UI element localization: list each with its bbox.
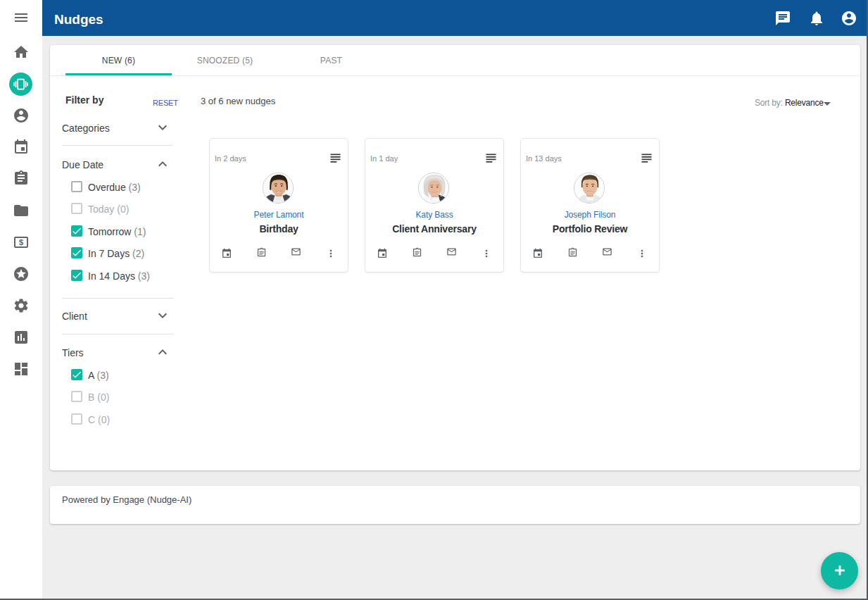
svg-text:$: $ <box>19 238 23 246</box>
